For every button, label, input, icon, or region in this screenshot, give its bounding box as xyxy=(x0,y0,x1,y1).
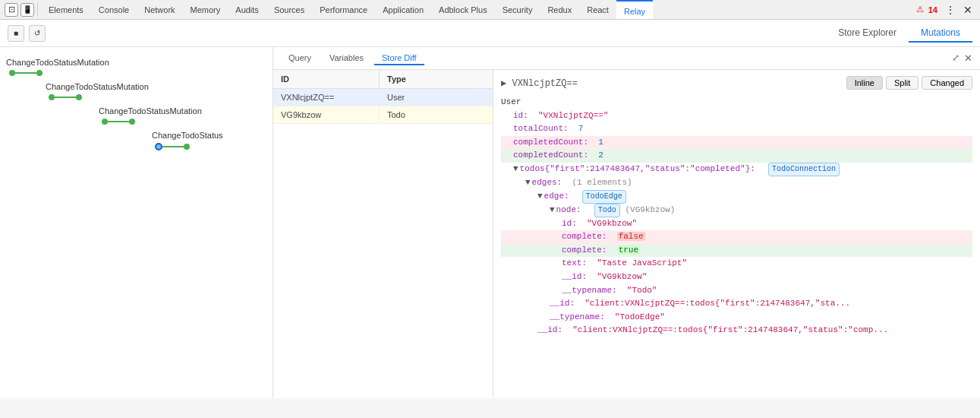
detail-header: ▶ VXNlcjptZQ== Inline Split Changed xyxy=(501,76,972,90)
more-options-icon[interactable]: ⋮ xyxy=(945,4,956,16)
connector-line xyxy=(15,72,36,74)
row-id: VXNlcjptZQ== xyxy=(273,89,380,106)
table-header: ID Type xyxy=(273,70,493,89)
refresh-btn[interactable]: ↺ xyxy=(29,25,46,42)
tab-redux[interactable]: Redux xyxy=(540,0,579,20)
row-type: Todo xyxy=(380,106,493,123)
detail-action-buttons: Inline Split Changed xyxy=(846,76,972,90)
tab-network[interactable]: Network xyxy=(137,0,182,20)
expand-icon[interactable]: ⤢ xyxy=(952,52,960,64)
table-row[interactable]: VG9kbzow Todo xyxy=(273,106,493,124)
detail-view: ▶ VXNlcjptZQ== Inline Split Changed User… xyxy=(493,70,980,398)
changed-btn[interactable]: Changed xyxy=(922,76,972,90)
error-count: 14 xyxy=(928,5,937,14)
dot-start xyxy=(9,70,15,76)
store-explorer-tab[interactable]: Store Explorer xyxy=(826,24,909,43)
main-content: ChangeTodoStatusMutation ChangeTodoStatu… xyxy=(0,47,980,398)
tab-console[interactable]: Console xyxy=(91,0,137,20)
inline-btn[interactable]: Inline xyxy=(846,76,883,90)
stop-recording-btn[interactable]: ■ xyxy=(8,25,24,42)
close-panel-icon[interactable]: ✕ xyxy=(964,52,972,64)
mutation-label: ChangeTodoStatusMutation xyxy=(99,106,265,116)
json-line: __id: "VG9kbzow" xyxy=(501,271,972,284)
tab-audits[interactable]: Audits xyxy=(228,0,266,20)
dot-start xyxy=(49,94,55,100)
list-item[interactable]: ChangeTodoStatus xyxy=(0,128,273,154)
error-icon: ⚠ xyxy=(916,5,924,14)
json-line: __id: "client:VXNlcjptZQ==:todos{"first"… xyxy=(501,297,972,311)
mutation-label: ChangeTodoStatus xyxy=(152,131,265,140)
json-line: complete: false xyxy=(501,230,972,244)
json-line: id: "VG9kbzow" xyxy=(501,217,972,231)
list-item[interactable]: ChangeTodoStatusMutation xyxy=(0,103,273,128)
dot-end xyxy=(184,144,190,150)
tab-relay[interactable]: Relay xyxy=(616,0,653,20)
dot-end xyxy=(129,119,135,125)
table-row[interactable]: VXNlcjptZQ== User xyxy=(273,89,493,106)
dot-start-active xyxy=(155,143,162,150)
tab-security[interactable]: Security xyxy=(495,0,540,20)
store-diff-area: ID Type VXNlcjptZQ== User VG9kbzow Todo … xyxy=(273,70,980,398)
col-header-type: Type xyxy=(380,70,493,88)
tab-adblock[interactable]: Adblock Plus xyxy=(431,0,495,20)
tab-elements[interactable]: Elements xyxy=(41,0,91,20)
json-line: __typename: "TodoEdge" xyxy=(501,311,972,325)
dot-end xyxy=(36,70,43,76)
device-toolbar-btn[interactable]: 📱 xyxy=(20,3,34,17)
json-line: completedCount: 1 xyxy=(501,136,972,150)
mutation-label: ChangeTodoStatusMutation xyxy=(6,58,265,67)
mutations-tab[interactable]: Mutations xyxy=(909,24,972,43)
subtabs-bar: Query Variables Store Diff ⤢ ✕ xyxy=(273,47,980,70)
connector-line xyxy=(55,97,76,98)
json-line: text: "Taste JavaScript" xyxy=(501,257,972,271)
dot-start xyxy=(102,119,108,125)
connector-line xyxy=(162,146,184,147)
json-line: ▼edges: (1 elements) xyxy=(501,176,972,190)
element-picker-btn[interactable]: ⊡ xyxy=(5,3,18,17)
split-btn[interactable]: Split xyxy=(886,76,919,90)
json-line: ▼edge: TodoEdge xyxy=(501,190,972,204)
detail-path: ▶ VXNlcjptZQ== xyxy=(501,78,578,89)
tab-performance[interactable]: Performance xyxy=(312,0,375,20)
dot-end xyxy=(76,94,82,100)
mutation-label: ChangeTodoStatusMutation xyxy=(46,82,265,91)
tab-react[interactable]: React xyxy=(579,0,616,20)
relay-toolbar: ■ ↺ Store Explorer Mutations xyxy=(0,20,980,47)
json-line: complete: true xyxy=(501,244,972,258)
subtab-query[interactable]: Query xyxy=(281,52,319,65)
right-panel: Query Variables Store Diff ⤢ ✕ ID Type V… xyxy=(273,47,980,398)
connector-line xyxy=(108,121,129,122)
diff-table: ID Type VXNlcjptZQ== User VG9kbzow Todo xyxy=(273,70,493,398)
json-line: ▼node: Todo (VG9kbzow) xyxy=(501,204,972,217)
col-header-id: ID xyxy=(273,70,380,88)
subtab-store-diff[interactable]: Store Diff xyxy=(374,52,424,65)
devtools-tabs: ⊡ 📱 Elements Console Network Memory Audi… xyxy=(0,0,980,20)
tab-sources[interactable]: Sources xyxy=(266,0,312,20)
json-line: completedCount: 2 xyxy=(501,149,972,163)
json-line: id: "VXNlcjptZQ==" xyxy=(501,109,972,123)
row-id: VG9kbzow xyxy=(273,106,380,123)
mutation-list-panel: ChangeTodoStatusMutation ChangeTodoStatu… xyxy=(0,47,273,398)
tab-memory[interactable]: Memory xyxy=(183,0,228,20)
row-type: User xyxy=(380,89,493,106)
json-line: totalCount: 7 xyxy=(501,122,972,136)
json-line: __id: "client:VXNlcjptZQ==:todos{"first"… xyxy=(501,324,972,337)
close-devtools-icon[interactable]: ✕ xyxy=(963,4,972,16)
json-line: ▼todos{"first":2147483647,"status":"comp… xyxy=(501,163,972,176)
tab-application[interactable]: Application xyxy=(375,0,431,20)
list-item[interactable]: ChangeTodoStatusMutation xyxy=(0,79,273,103)
list-item[interactable]: ChangeTodoStatusMutation xyxy=(0,55,273,79)
subtab-variables[interactable]: Variables xyxy=(322,52,371,65)
json-line: User xyxy=(501,96,972,109)
json-line: __typename: "Todo" xyxy=(501,284,972,298)
